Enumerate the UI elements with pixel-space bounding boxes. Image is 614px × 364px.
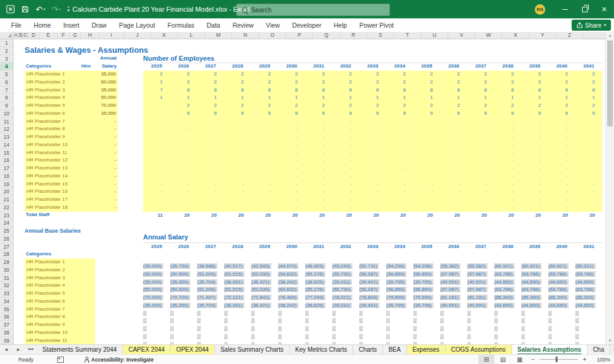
employee-count-cell[interactable]: 2 <box>278 71 305 79</box>
employee-count-cell[interactable]: - <box>143 102 170 110</box>
column-header-I[interactable]: I <box>99 32 124 39</box>
employee-count-cell[interactable]: - <box>548 204 575 212</box>
employee-count-cell[interactable]: - <box>224 157 251 165</box>
employee-count-cell[interactable]: - <box>521 196 548 204</box>
salary-row-8[interactable]: HR Placeholder 8 <box>25 313 95 321</box>
employee-count-cell[interactable]: - <box>359 133 386 141</box>
employee-count-cell[interactable]: - <box>170 204 197 212</box>
employee-count-cell[interactable]: 2 <box>305 71 332 79</box>
employee-category-cell[interactable]: HR Placeholder 12 <box>26 157 68 165</box>
row-header-22[interactable]: 22 <box>0 204 13 212</box>
row-header-18[interactable]: 18 <box>0 172 13 180</box>
ribbon-tab-insert[interactable]: Insert <box>57 18 85 32</box>
employee-count-cell[interactable]: 7 <box>143 87 170 95</box>
zoom-level-label[interactable]: 100% <box>589 357 614 363</box>
employee-count-cell[interactable]: - <box>305 118 332 126</box>
ribbon-tab-formulas[interactable]: Formulas <box>161 18 201 32</box>
column-header-S[interactable]: S <box>367 32 394 39</box>
employee-count-cell[interactable]: 1 <box>197 94 224 102</box>
employee-count-cell[interactable]: 2 <box>548 102 575 110</box>
employee-count-cell[interactable]: - <box>359 157 386 165</box>
employee-count-cell[interactable]: - <box>278 188 305 196</box>
employee-count-cell[interactable]: - <box>359 172 386 180</box>
salary-row-10[interactable]: HR Placeholder 10 <box>25 329 95 337</box>
employee-count-cell[interactable]: - <box>251 118 278 126</box>
employee-count-cell[interactable]: - <box>494 125 521 133</box>
row-header-3[interactable]: 3 <box>0 55 13 63</box>
ribbon-tab-file[interactable]: File <box>5 18 28 32</box>
employee-count-cell[interactable]: 8 <box>413 87 440 95</box>
column-header-Y[interactable]: Y <box>529 32 556 39</box>
employee-category-cell[interactable]: HR Placeholder 16 <box>26 188 68 196</box>
column-header-D[interactable]: D <box>28 32 39 39</box>
column-header-K[interactable]: K <box>151 32 178 39</box>
employee-count-cell[interactable]: - <box>575 125 602 133</box>
row-header-9[interactable]: 9 <box>0 102 13 110</box>
employee-count-cell[interactable]: 8 <box>305 87 332 95</box>
employee-count-cell[interactable]: - <box>332 188 359 196</box>
employee-count-cell[interactable]: - <box>521 118 548 126</box>
employee-count-cell[interactable]: - <box>575 188 602 196</box>
employee-count-cell[interactable]: - <box>413 196 440 204</box>
employee-count-cell[interactable]: - <box>251 149 278 157</box>
employee-count-cell[interactable]: - <box>170 133 197 141</box>
redo-dropdown-icon[interactable]: ▾ <box>59 7 61 11</box>
column-header-T[interactable]: T <box>394 32 421 39</box>
employee-count-cell[interactable]: - <box>251 133 278 141</box>
employee-row-1[interactable]: HR Placeholder 135,000 <box>25 71 118 79</box>
employee-count-cell[interactable]: - <box>440 149 467 157</box>
employee-count-cell[interactable]: - <box>305 172 332 180</box>
employee-count-cell[interactable]: - <box>332 118 359 126</box>
employee-count-cell[interactable]: 2 <box>548 79 575 87</box>
employee-count-cell[interactable]: 1 <box>170 94 197 102</box>
employee-count-cell[interactable]: - <box>359 196 386 204</box>
share-button[interactable]: Share ▾ <box>572 20 611 31</box>
employee-count-cell[interactable]: - <box>413 180 440 188</box>
excel-app-icon[interactable] <box>6 5 15 14</box>
salary-row-9[interactable]: HR Placeholder 9 <box>25 321 95 329</box>
employee-count-cell[interactable]: - <box>359 188 386 196</box>
row-header-8[interactable]: 8 <box>0 94 13 102</box>
employee-count-cell[interactable]: - <box>305 180 332 188</box>
salary-category-cell[interactable]: HR Placeholder 6 <box>26 298 65 306</box>
employee-count-cell[interactable]: 2 <box>440 79 467 87</box>
employee-count-cell[interactable]: 5 <box>197 110 224 118</box>
salary-values-grid[interactable]: (35,000)(35,750)(38,588)(40,517)(42,543)… <box>143 258 602 344</box>
employee-count-cell[interactable]: 2 <box>332 71 359 79</box>
employee-count-cell[interactable]: 1 <box>359 94 386 102</box>
employee-count-cell[interactable]: 2 <box>170 79 197 87</box>
employee-count-cell[interactable]: - <box>359 149 386 157</box>
total-staff-cell[interactable]: 20 <box>521 212 548 220</box>
employee-count-cell[interactable]: - <box>305 133 332 141</box>
row-header-10[interactable]: 10 <box>0 110 13 118</box>
employee-count-cell[interactable]: - <box>440 204 467 212</box>
employee-count-cell[interactable]: 5 <box>386 110 413 118</box>
employee-count-cell[interactable]: 5 <box>521 110 548 118</box>
employee-row-9[interactable]: HR Placeholder 9- <box>25 133 118 141</box>
vertical-scrollbar[interactable]: ▲ ▼ <box>605 32 614 344</box>
row-header-29[interactable]: 29 <box>0 258 13 266</box>
total-staff-cell[interactable]: 20 <box>386 212 413 220</box>
employee-count-cell[interactable]: - <box>278 165 305 172</box>
employee-count-cell[interactable]: - <box>521 133 548 141</box>
employee-count-cell[interactable]: - <box>386 165 413 172</box>
employee-count-cell[interactable]: - <box>224 118 251 126</box>
sheet-list-icon[interactable]: ••• <box>25 345 37 354</box>
employee-row-13[interactable]: HR Placeholder 13- <box>25 165 118 172</box>
employee-count-cell[interactable]: 8 <box>170 87 197 95</box>
employee-count-cell[interactable]: 2 <box>467 79 494 87</box>
ribbon-tab-power-pivot[interactable]: Power Pivot <box>353 18 400 32</box>
column-header-F[interactable]: F <box>58 32 69 39</box>
employee-count-cell[interactable]: - <box>413 118 440 126</box>
employee-count-cell[interactable]: - <box>143 180 170 188</box>
employee-count-cell[interactable]: - <box>494 188 521 196</box>
total-staff-cell[interactable]: 20 <box>494 212 521 220</box>
ribbon-tab-help[interactable]: Help <box>328 18 354 32</box>
employee-count-cell[interactable]: - <box>548 165 575 172</box>
select-all-corner[interactable] <box>0 32 14 39</box>
total-staff-cell[interactable]: 20 <box>575 212 602 220</box>
employee-salary-cell[interactable]: - <box>114 188 116 196</box>
employee-count-cell[interactable]: - <box>467 157 494 165</box>
employee-salary-cell[interactable]: - <box>114 172 116 180</box>
scroll-up-icon[interactable]: ▲ <box>606 32 614 39</box>
